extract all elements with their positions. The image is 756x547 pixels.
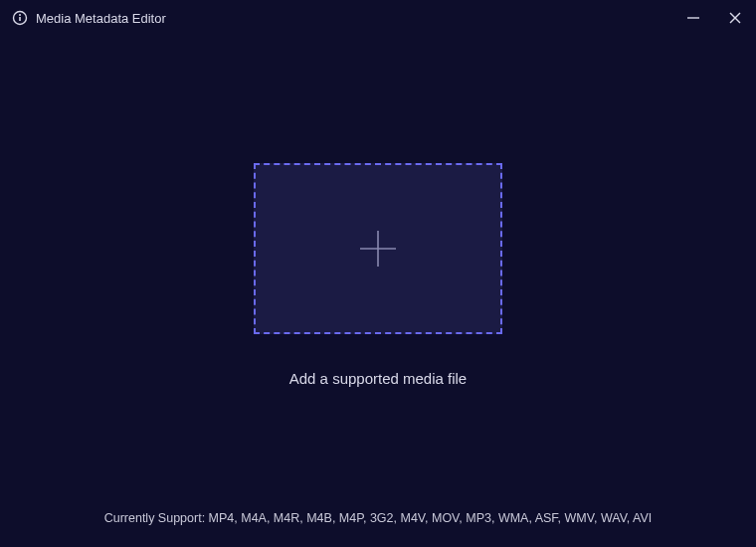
close-button[interactable] <box>726 9 744 27</box>
titlebar-right <box>684 9 744 27</box>
minimize-button[interactable] <box>684 9 702 27</box>
svg-point-1 <box>19 14 21 16</box>
instruction-text: Add a supported media file <box>289 370 467 387</box>
main-content: Add a supported media file <box>0 36 756 493</box>
svg-rect-2 <box>19 17 21 21</box>
add-file-dropzone[interactable] <box>254 163 502 334</box>
app-info-icon <box>12 10 28 26</box>
footer: Currently Support: MP4, M4A, M4R, M4B, M… <box>0 493 756 547</box>
app-title: Media Metadata Editor <box>36 11 166 26</box>
titlebar: Media Metadata Editor <box>0 0 756 36</box>
supported-formats-text: Currently Support: MP4, M4A, M4R, M4B, M… <box>0 511 756 525</box>
titlebar-left: Media Metadata Editor <box>12 10 166 26</box>
plus-icon <box>356 227 400 271</box>
